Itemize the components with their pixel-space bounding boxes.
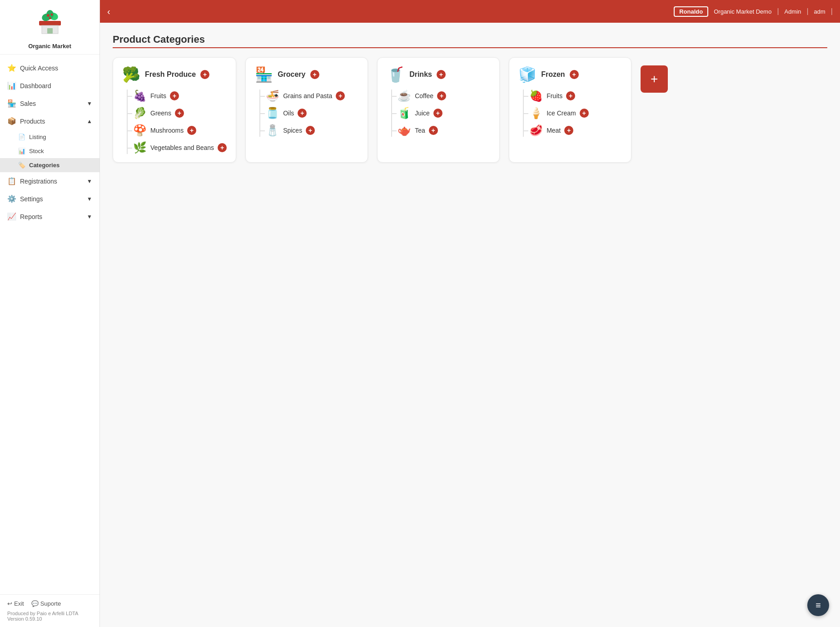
user-button[interactable]: Ronaldo <box>674 6 708 17</box>
star-icon: ⭐ <box>7 64 16 72</box>
back-button[interactable]: ‹ <box>107 6 110 17</box>
logo-area: Organic Market <box>0 0 99 55</box>
sidebar-item-label: Products <box>20 118 45 125</box>
subcategory-name: Spices <box>283 127 302 134</box>
listing-icon: 📄 <box>18 134 25 140</box>
sidebar-item-listing[interactable]: 📄 Listing <box>0 130 99 144</box>
sidebar-item-label: Settings <box>20 195 43 203</box>
sidebar-item-quick-access[interactable]: ⭐ Quick Access <box>0 59 99 77</box>
coffee-icon: ☕ <box>398 90 411 102</box>
tea-icon: 🫖 <box>398 124 411 137</box>
produced-by: Produced by Paio e Arfelli LDTA <box>7 611 92 616</box>
svg-point-7 <box>50 14 53 16</box>
main-area: ‹ Ronaldo Organic Market Demo | Admin | … <box>100 0 840 627</box>
sidebar-item-settings[interactable]: ⚙️ Settings ▼ <box>0 190 99 208</box>
list-item: 🧃 Juice + <box>398 107 490 119</box>
categories-grid: 🥦 Fresh Produce + 🍇 Fruits + 🥬 Greens + <box>113 57 827 163</box>
grains-icon: 🍜 <box>266 90 279 102</box>
category-header: 🥤 Drinks + <box>387 66 490 83</box>
subcategory-name: Oils <box>283 109 294 117</box>
add-item-button[interactable]: + <box>306 126 315 135</box>
subcategory-name: Vegetables and Beans <box>150 144 214 151</box>
category-card-drinks: 🥤 Drinks + ☕ Coffee + 🧃 Juice + <box>377 57 500 163</box>
sidebar-item-registrations[interactable]: 📋 Registrations ▼ <box>0 172 99 190</box>
chevron-down-icon: ▼ <box>87 100 92 107</box>
add-item-button[interactable]: + <box>433 109 442 118</box>
fruits-icon: 🍇 <box>133 90 147 102</box>
sidebar-item-label: Reports <box>20 213 42 220</box>
add-item-button[interactable]: + <box>564 126 573 135</box>
svg-rect-2 <box>47 28 53 34</box>
list-item: 🍦 Ice Cream + <box>529 107 622 119</box>
sidebar-item-label: Dashboard <box>20 82 51 90</box>
add-item-button[interactable]: + <box>218 143 227 152</box>
page-title: Product Categories <box>113 34 827 45</box>
sidebar-item-categories[interactable]: 🏷️ Categories <box>0 158 99 172</box>
exit-icon: ↩ <box>7 600 12 607</box>
frozen-icon: 🧊 <box>518 66 537 83</box>
add-item-button[interactable]: + <box>175 109 184 118</box>
frozen-fruits-icon: 🍓 <box>529 90 543 102</box>
support-icon: 💬 <box>31 600 39 607</box>
sidebar-item-label: Registrations <box>20 178 57 185</box>
products-icon: 📦 <box>7 117 16 125</box>
list-item: ☕ Coffee + <box>398 90 490 102</box>
subcategory-name: Mushrooms <box>150 127 184 134</box>
add-category-button[interactable]: + <box>641 65 668 93</box>
add-item-button[interactable]: + <box>170 91 179 100</box>
ice-cream-icon: 🍦 <box>529 107 543 119</box>
support-button[interactable]: 💬 Suporte <box>31 600 61 607</box>
greens-icon: 🥬 <box>133 107 147 119</box>
subcategory-name: Greens <box>150 109 171 117</box>
subcategories-list: 🍜 Grains and Pasta + 🫙 Oils + 🧂 Spices + <box>259 90 358 137</box>
category-card-grocery: 🏪 Grocery + 🍜 Grains and Pasta + 🫙 Oils … <box>245 57 368 163</box>
sidebar-item-label: Sales <box>20 100 36 107</box>
version: Version 0.59.10 <box>7 616 92 622</box>
topbar: ‹ Ronaldo Organic Market Demo | Admin | … <box>100 0 840 23</box>
sidebar-item-stock[interactable]: 📊 Stock <box>0 144 99 158</box>
add-subcategory-button[interactable]: + <box>200 70 209 79</box>
settings-icon: ⚙️ <box>7 194 16 203</box>
add-item-button[interactable]: + <box>336 91 345 100</box>
sidebar-sub-label: Stock <box>29 148 44 154</box>
list-item: 🥬 Greens + <box>133 107 227 119</box>
category-card-fresh-produce: 🥦 Fresh Produce + 🍇 Fruits + 🥬 Greens + <box>113 57 236 163</box>
category-name: Drinks <box>409 70 432 79</box>
sidebar-sub-label: Listing <box>29 134 46 140</box>
sidebar-item-dashboard[interactable]: 📊 Dashboard <box>0 77 99 95</box>
registrations-icon: 📋 <box>7 177 16 185</box>
mushrooms-icon: 🍄 <box>133 124 147 137</box>
add-item-button[interactable]: + <box>580 109 589 118</box>
category-header: 🥦 Fresh Produce + <box>122 66 227 83</box>
add-item-button[interactable]: + <box>187 126 196 135</box>
subcategory-name: Juice <box>415 109 430 117</box>
grocery-icon: 🏪 <box>255 66 273 83</box>
reports-icon: 📈 <box>7 212 16 221</box>
add-item-button[interactable]: + <box>437 91 446 100</box>
drinks-icon: 🥤 <box>387 66 405 83</box>
chevron-up-icon: ▲ <box>87 118 92 124</box>
sidebar-item-products[interactable]: 📦 Products ▲ <box>0 112 99 130</box>
list-item: 🫖 Tea + <box>398 124 490 137</box>
exit-button[interactable]: ↩ Exit <box>7 600 24 607</box>
category-name: Frozen <box>541 70 565 79</box>
add-item-button[interactable]: + <box>298 109 307 118</box>
sidebar: Organic Market ⭐ Quick Access 📊 Dashboar… <box>0 0 100 627</box>
add-subcategory-button[interactable]: + <box>570 70 579 79</box>
vegetables-icon: 🌿 <box>133 141 147 154</box>
categories-icon: 🏷️ <box>18 162 25 169</box>
fab-button[interactable]: ≡ <box>807 594 829 616</box>
fab-icon: ≡ <box>815 600 821 611</box>
list-item: 🧂 Spices + <box>266 124 358 137</box>
exit-label: Exit <box>14 600 24 607</box>
add-item-button[interactable]: + <box>429 126 438 135</box>
add-subcategory-button[interactable]: + <box>310 70 319 79</box>
title-divider <box>113 47 827 48</box>
sidebar-item-sales[interactable]: 🏪 Sales ▼ <box>0 95 99 112</box>
add-item-button[interactable]: + <box>566 91 575 100</box>
sidebar-footer: ↩ Exit 💬 Suporte Produced by Paio e Arfe… <box>0 594 99 627</box>
sidebar-item-reports[interactable]: 📈 Reports ▼ <box>0 208 99 225</box>
juice-icon: 🧃 <box>398 107 411 119</box>
add-subcategory-button[interactable]: + <box>437 70 446 79</box>
subcategory-name: Grains and Pasta <box>283 92 332 100</box>
